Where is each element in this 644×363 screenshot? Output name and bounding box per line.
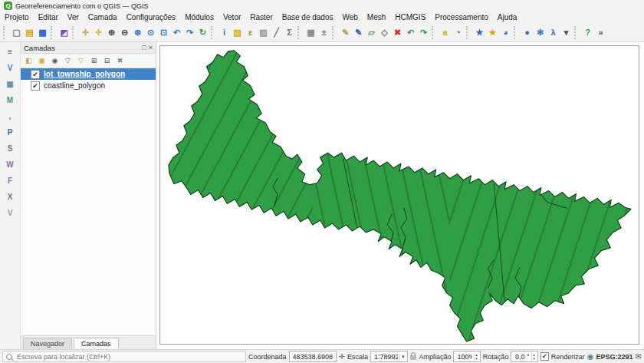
measure-line-icon[interactable]: ╱ [270, 25, 283, 40]
layer-labeling-icon[interactable]: a [439, 25, 452, 40]
help-contents-icon[interactable]: ? [581, 25, 594, 40]
field-calculator-icon[interactable]: ± [317, 25, 330, 40]
filter-legend-icon[interactable]: ▽ [62, 54, 74, 66]
vertex-tool-icon[interactable]: ◇ [378, 25, 391, 40]
processing-toolbox-icon[interactable]: ✻ [534, 25, 547, 40]
select-features-icon[interactable]: ▧ [231, 25, 244, 40]
open-layer-styling-icon[interactable]: ◧ [23, 54, 34, 66]
panel-tab-navegador[interactable]: Navegador [23, 338, 72, 349]
crs-status[interactable]: EPSG:2291 [596, 353, 633, 361]
zoom-in-icon[interactable]: ⊕ [105, 25, 118, 40]
add-mesh-layer-icon[interactable]: M [2, 93, 18, 107]
locator-searchbox[interactable] [2, 351, 246, 362]
new-shapefile-layer-icon[interactable]: V [2, 206, 18, 220]
magnifier-spin-arrows[interactable]: ▴▾ [474, 353, 478, 361]
deselect-features-icon[interactable]: ▨ [257, 25, 270, 40]
metasearch-icon[interactable]: ● [521, 25, 534, 40]
crs-icon[interactable]: ◉ [587, 352, 594, 361]
scale-lock-icon[interactable] [410, 355, 416, 360]
show-bookmarks-icon[interactable]: ★ [486, 25, 499, 40]
open-attribute-table-icon[interactable]: ▦ [304, 25, 317, 40]
add-delimited-text-layer-icon[interactable]: , [2, 109, 18, 124]
select-by-expression-icon[interactable]: ε [244, 25, 257, 40]
statistical-summary-icon[interactable]: Σ [283, 25, 296, 40]
rotation-spin-arrows[interactable]: ▴▾ [531, 353, 536, 361]
zoom-last-icon[interactable]: ↶ [170, 25, 183, 40]
add-wfs-layer-icon[interactable]: F [2, 173, 18, 188]
map-canvas-frame[interactable] [159, 45, 639, 345]
remove-layer-icon[interactable]: ✖ [114, 54, 126, 66]
layer-diagrams-icon[interactable]: ◔ [452, 25, 465, 40]
toolbar-overflow-icon[interactable]: » [594, 25, 607, 40]
manage-map-themes-icon[interactable]: ◉ [49, 54, 61, 66]
zoom-full-icon[interactable]: ⊛ [131, 25, 144, 40]
toggle-editing-icon[interactable]: ✎ [339, 25, 352, 40]
add-spatialite-layer-icon[interactable]: S [2, 141, 18, 156]
add-group-icon[interactable]: ▣ [36, 54, 48, 66]
identify-features-icon[interactable]: i [218, 25, 231, 40]
float-panel-icon[interactable]: □ [142, 44, 146, 51]
zoom-next-icon[interactable]: ↷ [183, 25, 196, 40]
zoom-to-layer-icon[interactable]: ⊡ [157, 25, 170, 40]
scale-input[interactable] [373, 352, 399, 361]
add-vector-layer-icon[interactable]: V [2, 61, 18, 75]
scale-dropdown-icon[interactable]: ▾ [399, 354, 406, 360]
save-project-icon[interactable]: ▦ [36, 25, 49, 40]
add-polygon-feature-icon[interactable]: ▱ [365, 25, 378, 40]
temporal-controller-icon[interactable]: ◕ [499, 25, 512, 40]
delete-selected-icon[interactable]: ✖ [391, 25, 404, 40]
menu-web[interactable]: Web [337, 12, 362, 22]
scale-combobox[interactable]: ▾ [370, 351, 408, 362]
menu-base-de-dados[interactable]: Base de dados [278, 12, 338, 22]
menu-projeto[interactable]: Projeto [0, 12, 34, 22]
rotation-spinbox[interactable]: ▴▾ [511, 351, 537, 362]
zoom-out-icon[interactable]: ⊖ [118, 25, 131, 40]
render-checkbox[interactable]: ✔ [540, 352, 549, 361]
save-layer-edits-icon[interactable]: ✎ [352, 25, 365, 40]
search-input[interactable] [15, 352, 242, 361]
coordinate-box[interactable] [289, 351, 337, 362]
style-manager-icon[interactable]: ◩ [58, 25, 71, 40]
menu-modulos[interactable]: Módulos [180, 12, 219, 22]
extent-toggle-icon[interactable]: ✛ [339, 352, 345, 361]
layer-row-coastline-polygon[interactable]: ✔coastline_polygon [21, 80, 156, 91]
menu-camada[interactable]: Camada [84, 12, 122, 22]
magnifier-input[interactable] [455, 352, 474, 361]
add-xyz-layer-icon[interactable]: X [2, 190, 18, 204]
new-bookmark-icon[interactable]: ★ [473, 25, 486, 40]
menu-ver[interactable]: Ver [63, 12, 84, 22]
plugins-dropdown-icon[interactable]: ▾ [560, 25, 573, 40]
refresh-map-icon[interactable]: ↻ [196, 25, 209, 40]
menu-vetor[interactable]: Vetor [219, 12, 245, 22]
zoom-to-selection-icon[interactable]: ⊙ [144, 25, 157, 40]
map-canvas[interactable] [156, 42, 644, 349]
menu-editar[interactable]: Editar [34, 12, 63, 22]
data-source-manager-icon[interactable]: ≡ [2, 45, 18, 59]
add-wms-layer-icon[interactable]: W [2, 157, 18, 172]
menu-processamento[interactable]: Processamento [430, 12, 492, 22]
new-project-icon[interactable]: ▢ [10, 25, 23, 40]
redo-icon[interactable]: ↷ [417, 25, 430, 40]
collapse-all-icon[interactable]: ⊟ [101, 54, 113, 66]
filter-by-expression-icon[interactable]: ▽ [75, 54, 87, 66]
pan-map-icon[interactable]: ✛ [79, 25, 92, 40]
menu-raster[interactable]: Raster [245, 12, 277, 22]
open-project-icon[interactable]: ▤ [23, 25, 36, 40]
menu-ajuda[interactable]: Ajuda [493, 12, 522, 22]
messages-icon[interactable]: ✉ [636, 352, 642, 361]
pan-to-selection-icon[interactable]: ✛ [92, 25, 105, 40]
magnifier-spinbox[interactable]: ▴▾ [453, 351, 480, 362]
rotation-input[interactable] [513, 352, 531, 361]
layer-row-lot-township-polygon[interactable]: ✔lot_township_polygon [21, 68, 156, 80]
add-raster-layer-icon[interactable]: ▦ [2, 77, 18, 91]
close-panel-icon[interactable]: × [149, 44, 153, 51]
coordinate-input[interactable] [291, 352, 334, 361]
undo-icon[interactable]: ↶ [404, 25, 417, 40]
layer-visibility-checkbox[interactable]: ✔ [31, 81, 40, 91]
layer-visibility-checkbox[interactable]: ✔ [31, 70, 40, 79]
menu-configuracoes[interactable]: Configurações [122, 12, 180, 22]
panel-tab-camadas[interactable]: Camadas [74, 338, 119, 349]
menu-mesh[interactable]: Mesh [363, 12, 390, 22]
python-console-icon[interactable]: λ [547, 25, 560, 40]
add-postgis-layer-icon[interactable]: P [2, 125, 18, 140]
